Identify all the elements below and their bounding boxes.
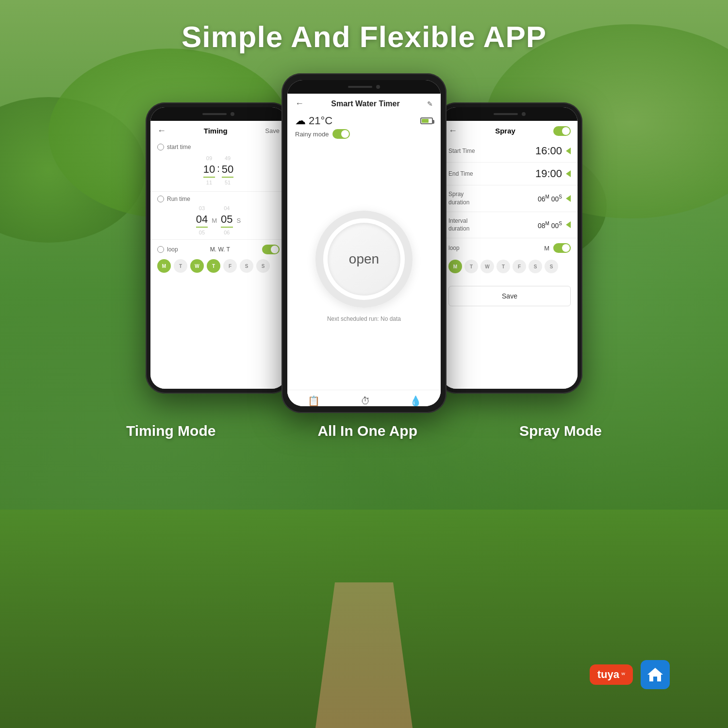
spray-day-S2[interactable]: S [545,260,558,273]
interval-duration-row: Intervalduration 08M 00S [442,212,578,239]
labels-row: Timing Mode All In One App Spray Mode [126,423,602,439]
spray-back[interactable]: ← [448,126,457,136]
bottom-nav: 📋 Record ⏱ Timing 💧 Spray [287,390,441,406]
battery-fill [422,119,429,123]
timing-back[interactable]: ← [157,126,166,136]
start-time-val: 16:00 [535,145,562,157]
center-speaker [348,86,372,88]
home-svg [646,666,664,683]
end-time-label-right: End Time [448,170,473,178]
timing-screen: ← Timing Save start time 09 [150,121,286,389]
hours-above: 09 [206,155,212,161]
start-time-label-right: Start Time [448,147,475,155]
rainy-label: Rainy mode [295,131,329,138]
interval-duration-val: 08M 00S [538,221,562,230]
weather-row: ☁ 21°C [295,115,332,127]
center-edit[interactable]: ✎ [427,100,433,108]
run-sec-selected: 05 [221,213,232,228]
spray-duration-chevron[interactable] [566,195,571,202]
day-S2[interactable]: S [256,259,270,273]
run-time-scroll[interactable]: 03 04 05 M 04 05 06 S [157,205,280,235]
run-m-unit: M [212,217,217,224]
right-camera [522,112,526,116]
spray-save-section: Save [442,281,578,311]
clock-icon-1 [157,144,164,150]
interval-duration-chevron[interactable] [566,221,571,228]
left-speaker [202,113,227,115]
open-dial[interactable]: open Next scheduled run: No data [287,143,441,390]
spray-mode-label: Spray Mode [519,423,602,439]
spray-day-S1[interactable]: S [529,260,542,273]
smart-home-logo [641,660,670,689]
spray-day-W[interactable]: W [480,260,494,273]
phones-container: ← Timing Save start time 09 [146,73,582,413]
run-sec-below: 06 [224,230,230,235]
spray-screen: ← Spray Start Time 16:00 End [442,121,578,389]
day-T2[interactable]: T [207,259,220,273]
rainy-toggle[interactable] [332,129,350,139]
spray-day-F[interactable]: F [513,260,526,273]
center-back[interactable]: ← [295,99,304,109]
spray-day-M[interactable]: M [448,260,462,273]
timing-icon: ⏱ [361,396,370,407]
tuya-logo: tuya ʷ [590,664,633,685]
clock-icon-3 [157,246,164,253]
loop-label: loop [157,246,178,253]
nav-record[interactable]: 📋 Record [306,395,321,406]
right-speaker [494,113,518,115]
battery-tip [432,120,434,124]
spray-day-T2[interactable]: T [496,260,510,273]
start-time-label: start time [157,144,280,150]
svg-marker-0 [647,668,663,681]
start-time-chevron[interactable] [566,148,571,154]
day-T1[interactable]: T [174,259,187,273]
day-W[interactable]: W [190,259,204,273]
spray-save-button[interactable]: Save [448,286,571,306]
left-phone-screen: ← Timing Save start time 09 [150,107,286,389]
center-phone-screen: ← Smart Water Timer ✎ ☁ 21°C [287,80,441,406]
loop-toggle-left[interactable] [262,245,280,254]
dial-ring: open [315,211,413,308]
spray-day-T1[interactable]: T [464,260,478,273]
right-phone: ← Spray Start Time 16:00 End [437,102,582,394]
timing-save[interactable]: Save [265,127,280,134]
run-minutes-col: 03 04 05 [196,205,208,235]
minutes-col: 49 50 51 [222,155,233,185]
spray-loop-control: M [544,243,571,253]
spray-days-row: M T W T F S S [442,258,578,278]
hours-selected: 10 [203,163,215,178]
spray-loop-row: loop M [442,238,578,258]
spray-title: Spray [495,127,515,135]
loop-days-text: M. W. T [210,246,230,253]
nav-spray[interactable]: 💧 Spray [410,395,422,406]
run-time-label: Run time [157,196,280,202]
spray-duration-value: 06M 00S [538,194,571,203]
start-time-section: start time 09 10 11 : 49 50 [150,140,286,192]
end-time-chevron[interactable] [566,170,571,177]
nav-timing[interactable]: ⏱ Timing [358,396,373,407]
end-time-row: End Time 19:00 [442,163,578,185]
day-S1[interactable]: S [240,259,253,273]
spray-icon: 💧 [410,395,422,406]
open-text: open [349,251,379,267]
clock-icon-2 [157,196,164,202]
center-camera-bar [287,80,441,94]
spray-header: ← Spray [442,121,578,140]
run-seconds-col: 04 05 06 [221,205,232,235]
hours-below: 11 [206,180,212,185]
day-F[interactable]: F [223,259,237,273]
spray-loop-day: M [544,245,549,252]
left-camera [231,112,234,116]
center-screen: ← Smart Water Timer ✎ ☁ 21°C [287,94,441,406]
day-M[interactable]: M [157,259,171,273]
timing-title: Timing [204,127,228,135]
end-time-val: 19:00 [535,167,562,180]
spray-toggle-header[interactable] [553,126,571,136]
start-time-scroll[interactable]: 09 10 11 : 49 50 51 [157,153,280,187]
minutes-selected: 50 [222,163,233,178]
weather-battery-row: ☁ 21°C [287,113,441,127]
run-s-unit: S [237,217,241,224]
spray-loop-toggle[interactable] [553,243,571,253]
end-time-value: 19:00 [535,167,571,180]
spray-duration-label: Sprayduration [448,190,469,207]
